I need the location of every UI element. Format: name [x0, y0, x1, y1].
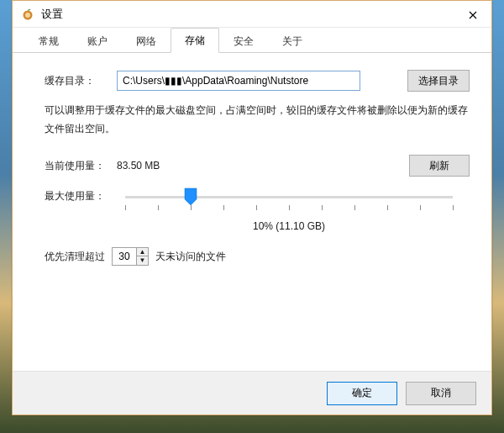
max-usage-label: 最大使用量：	[45, 187, 117, 203]
current-usage-label: 当前使用量：	[45, 159, 117, 173]
cache-dir-label: 缓存目录：	[45, 74, 117, 88]
current-usage-row: 当前使用量： 83.50 MB 刷新	[45, 155, 470, 177]
close-icon	[469, 8, 477, 22]
slider-track	[125, 196, 453, 198]
tab-account[interactable]: 账户	[73, 29, 122, 53]
cleanup-days-input[interactable]	[113, 248, 136, 265]
cleanup-prefix: 优先清理超过	[45, 250, 105, 264]
tabstrip: 常规 账户 网络 存储 安全 关于	[13, 28, 491, 53]
tab-general[interactable]: 常规	[24, 29, 73, 53]
titlebar: 设置	[13, 1, 491, 28]
slider-thumb[interactable]	[183, 187, 198, 206]
window-title: 设置	[41, 7, 63, 22]
current-usage-value: 83.50 MB	[117, 160, 160, 172]
cleanup-suffix: 天未访问的文件	[155, 250, 226, 264]
cancel-button[interactable]: 取消	[406, 382, 476, 405]
svg-point-1	[25, 13, 30, 18]
slider-caption: 10% (11.10 GB)	[125, 220, 453, 232]
cleanup-days-spinner[interactable]: ▲ ▼	[112, 247, 149, 266]
ok-button[interactable]: 确定	[327, 382, 397, 405]
refresh-button[interactable]: 刷新	[409, 155, 470, 177]
tab-about[interactable]: 关于	[268, 29, 317, 53]
spinner-buttons: ▲ ▼	[136, 248, 148, 265]
cache-dir-input[interactable]	[117, 71, 360, 91]
cache-dir-row: 缓存目录： 选择目录	[45, 70, 470, 92]
tab-security[interactable]: 安全	[219, 29, 268, 53]
tab-storage[interactable]: 存储	[171, 28, 219, 53]
tab-content-storage: 缓存目录： 选择目录 可以调整用于缓存文件的最大磁盘空间，占满空间时，较旧的缓存…	[13, 53, 491, 371]
max-usage-row: 最大使用量： 10% (11.10 GB)	[45, 187, 470, 232]
max-usage-slider[interactable]: 10% (11.10 GB)	[117, 187, 470, 232]
slider-ticks	[125, 205, 453, 212]
choose-dir-button[interactable]: 选择目录	[407, 70, 470, 92]
tab-network[interactable]: 网络	[122, 29, 171, 53]
dialog-footer: 确定 取消	[13, 371, 491, 415]
close-button[interactable]	[454, 1, 491, 28]
chevron-up-icon: ▲	[139, 249, 146, 256]
nutstore-icon	[21, 8, 34, 21]
spinner-down-button[interactable]: ▼	[137, 256, 148, 265]
storage-description: 可以调整用于缓存文件的最大磁盘空间，占满空间时，较旧的缓存文件将被删除以便为新的…	[45, 102, 470, 138]
cleanup-row: 优先清理超过 ▲ ▼ 天未访问的文件	[45, 247, 470, 266]
settings-window: 设置 常规 账户 网络 存储 安全 关于 缓存目录： 选择目录 可以调整用于缓存…	[12, 0, 492, 415]
chevron-down-icon: ▼	[139, 257, 146, 264]
spinner-up-button[interactable]: ▲	[137, 248, 148, 256]
